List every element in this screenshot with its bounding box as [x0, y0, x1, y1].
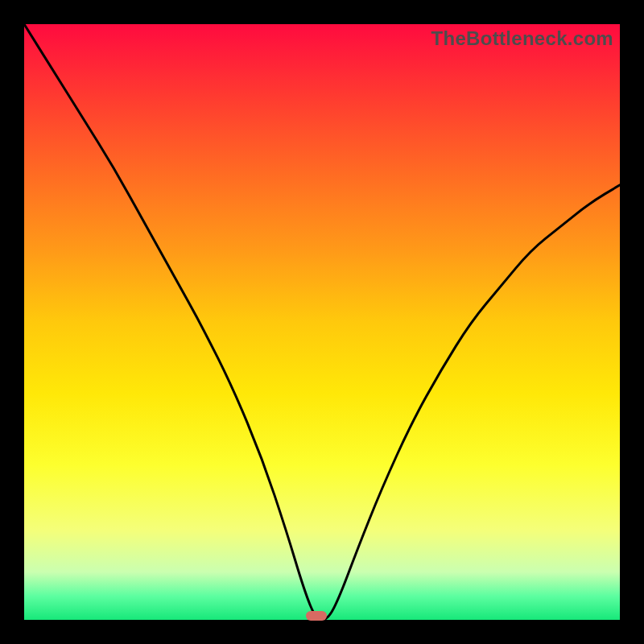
optimal-marker — [306, 611, 327, 621]
chart-frame: TheBottleneck.com — [0, 0, 644, 644]
plot-area: TheBottleneck.com — [24, 24, 620, 620]
bottleneck-curve — [24, 24, 620, 620]
